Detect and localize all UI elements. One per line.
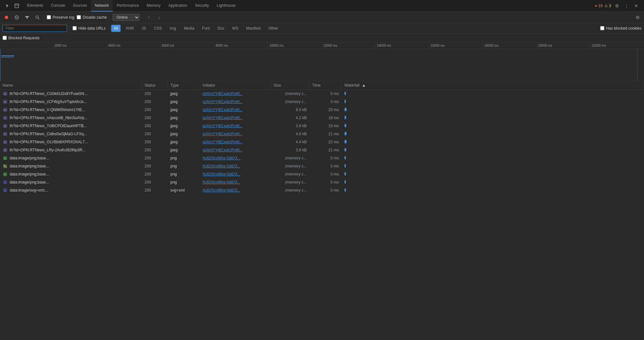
- table-row[interactable]: JPG th?id=OPN.RTNews_7cil6CPOtDaunHPTB..…: [0, 122, 644, 130]
- error-count-badge[interactable]: ● 19: [595, 3, 602, 8]
- name-text-9: data:image/png;base...: [10, 164, 49, 168]
- export-har-button[interactable]: ↓: [155, 14, 163, 21]
- preserve-log-checkbox[interactable]: [47, 15, 51, 19]
- initiator-link-8[interactable]: hUDr5cv9tKe-5diQ3...: [203, 156, 240, 160]
- cell-size-1: (memory c...: [271, 98, 309, 106]
- file-icon-1: JPG: [3, 99, 8, 104]
- cell-initiator-7: ioAVnYYj8CxpiUPxW...: [200, 146, 271, 154]
- table-row[interactable]: JPG th?id=OPN.RTNews_cCFWgSuVTqdv0nJs...…: [0, 98, 644, 106]
- disable-cache-checkbox[interactable]: [77, 15, 81, 19]
- col-header-status[interactable]: Status: [142, 81, 168, 90]
- initiator-link-4[interactable]: ioAVnYYj8CxpiUPxW...: [203, 124, 243, 128]
- settings-icon[interactable]: ⚙: [613, 2, 621, 10]
- filter-type-doc[interactable]: Doc: [215, 25, 227, 32]
- initiator-link-0[interactable]: ioAVnYYj8CxpiUPxW...: [203, 91, 243, 96]
- table-row[interactable]: JPG th?id=OPN.RTNews_Cidks0wSjMaG-LFXq..…: [0, 130, 644, 138]
- filter-input[interactable]: [3, 25, 67, 32]
- initiator-link-6[interactable]: ioAVnYYj8CxpiUPxW...: [203, 140, 243, 144]
- cell-initiator-3: ioAVnYYj8CxpiUPxW...: [200, 114, 271, 122]
- close-icon[interactable]: ✕: [632, 2, 640, 10]
- filter-button[interactable]: [23, 14, 31, 21]
- initiator-link-9[interactable]: hUDr5cv9tKe-5diQ3...: [203, 164, 240, 168]
- cell-type-11: png: [168, 178, 200, 186]
- tab-bar-right: ● 19 ⚠ 3 ⚙ ⋮ ✕: [595, 2, 643, 10]
- name-text-10: data:image/png;base...: [10, 172, 49, 176]
- cell-waterfall-4: [342, 122, 644, 130]
- initiator-link-11[interactable]: hUDr5cv9tKe-5diQ3...: [203, 180, 240, 184]
- cursor-icon[interactable]: [4, 2, 12, 10]
- cell-time-6: 22 ms: [309, 138, 342, 146]
- blocked-requests-checkbox[interactable]: [3, 36, 7, 40]
- tab-application[interactable]: Application: [164, 0, 191, 12]
- filter-type-font[interactable]: Font: [200, 25, 212, 32]
- table-row[interactable]: PNG data:image/png;base... 200 png hUDr5…: [0, 154, 644, 162]
- disable-cache-label[interactable]: Disable cache: [77, 15, 107, 20]
- filter-type-ws[interactable]: WS: [229, 25, 241, 32]
- filter-type-all[interactable]: All: [111, 25, 121, 32]
- has-blocked-cookies-checkbox[interactable]: [600, 26, 604, 30]
- filter-type-media[interactable]: Media: [181, 25, 197, 32]
- col-header-name[interactable]: Name: [0, 81, 142, 90]
- cell-time-3: 18 ms: [309, 114, 342, 122]
- table-row[interactable]: JPG th?id=OPN.RTNews_nAaccetB_NbnSuAVp..…: [0, 114, 644, 122]
- more-icon[interactable]: ⋮: [623, 2, 630, 10]
- col-header-size[interactable]: Size: [271, 81, 309, 90]
- tab-elements[interactable]: Elements: [23, 0, 47, 12]
- tab-memory[interactable]: Memory: [143, 0, 164, 12]
- preserve-log-label[interactable]: Preserve log: [47, 15, 74, 20]
- has-blocked-cookies-label[interactable]: Has blocked cookies: [600, 26, 641, 31]
- filter-type-manifest[interactable]: Manifest: [244, 25, 263, 32]
- filter-type-css[interactable]: CSS: [151, 25, 164, 32]
- warning-count-badge[interactable]: ⚠ 3: [604, 4, 611, 8]
- col-header-time[interactable]: Time: [309, 81, 342, 90]
- record-button[interactable]: ⏺: [3, 14, 10, 21]
- cell-name-12: data:image/svg+xml;...: [0, 186, 142, 194]
- tab-network[interactable]: Network: [91, 0, 113, 12]
- table-row[interactable]: JPG th?id=OPN.RTNews_CG0kKIJ2s8YFuwGN...…: [0, 90, 644, 98]
- timeline-content[interactable]: [0, 49, 644, 81]
- file-icon-8: PNG: [3, 156, 8, 161]
- table-row[interactable]: PNG data:image/png;base... 200 png hUDr5…: [0, 162, 644, 170]
- table-row[interactable]: data:image/svg+xml;... 200 svg+xml hUDr5…: [0, 186, 644, 194]
- tab-console[interactable]: Console: [47, 0, 69, 12]
- cell-waterfall-5: [342, 130, 644, 138]
- clear-button[interactable]: [13, 14, 21, 21]
- initiator-link-5[interactable]: ioAVnYYj8CxpiUPxW...: [203, 132, 243, 136]
- hide-data-urls-label[interactable]: Hide data URLs: [73, 26, 106, 31]
- tab-performance[interactable]: Performance: [113, 0, 143, 12]
- filter-type-img[interactable]: Img: [167, 25, 179, 32]
- table-row[interactable]: JPG th?id=OPN.RTNews_V-QNlW5hhomI1YtE...…: [0, 106, 644, 114]
- table-row[interactable]: PNG data:image/png;base... 200 png hUDr5…: [0, 170, 644, 178]
- table-row[interactable]: data:image/png;base... 200 png hUDr5cv9t…: [0, 178, 644, 186]
- initiator-link-7[interactable]: ioAVnYYj8CxpiUPxW...: [203, 148, 243, 152]
- cell-name-1: JPG th?id=OPN.RTNews_cCFWgSuVTqdv0nJs...: [0, 98, 142, 106]
- table-row[interactable]: JPG th?id=OPN.RTNews_OLVBbt8XPRXOhAL7...…: [0, 138, 644, 146]
- col-header-waterfall[interactable]: Waterfall ▲: [342, 81, 644, 90]
- initiator-link-10[interactable]: hUDr5cv9tKe-5diQ3...: [203, 172, 240, 176]
- col-header-initiator[interactable]: Initiator: [200, 81, 271, 90]
- dock-icon[interactable]: [13, 2, 21, 10]
- tab-security[interactable]: Security: [191, 0, 213, 12]
- tab-lighthouse[interactable]: Lighthouse: [213, 0, 239, 12]
- filter-type-xhr[interactable]: XHR: [123, 25, 136, 32]
- filter-type-other[interactable]: Other: [266, 25, 281, 32]
- cell-initiator-10: hUDr5cv9tKe-5diQ3...: [200, 170, 271, 178]
- initiator-link-3[interactable]: ioAVnYYj8CxpiUPxW...: [203, 116, 243, 120]
- cell-size-8: (memory c...: [271, 154, 309, 162]
- network-settings-button[interactable]: ⚙: [634, 14, 641, 21]
- cell-time-11: 0 ms: [309, 178, 342, 186]
- initiator-link-1[interactable]: ioAVnYYj8CxpiUPxW...: [203, 99, 243, 104]
- table-wrapper[interactable]: Name Status Type Initiator Size Time Wat…: [0, 81, 644, 330]
- filter-type-js[interactable]: JS: [139, 25, 149, 32]
- initiator-link-2[interactable]: ioAVnYYj8CxpiUPxW...: [203, 108, 243, 112]
- col-header-type[interactable]: Type: [168, 81, 200, 90]
- search-button[interactable]: [34, 14, 41, 21]
- import-har-button[interactable]: ↑: [145, 14, 153, 21]
- network-throttle-select[interactable]: Online Fast 3G Slow 3G Offline: [112, 14, 140, 21]
- waterfall-bar-2: [345, 108, 346, 111]
- timeline-area[interactable]: 2000 ms 4000 ms 6000 ms 8000 ms 10000 ms…: [0, 42, 644, 81]
- initiator-link-12[interactable]: hUDr5cv9tKe-5diQ3...: [203, 188, 240, 193]
- table-row[interactable]: JPG th?id=OPN.RTNews_LRy-2AuKct82lNp3R..…: [0, 146, 644, 154]
- hide-data-urls-checkbox[interactable]: [73, 26, 77, 30]
- tab-sources[interactable]: Sources: [69, 0, 91, 12]
